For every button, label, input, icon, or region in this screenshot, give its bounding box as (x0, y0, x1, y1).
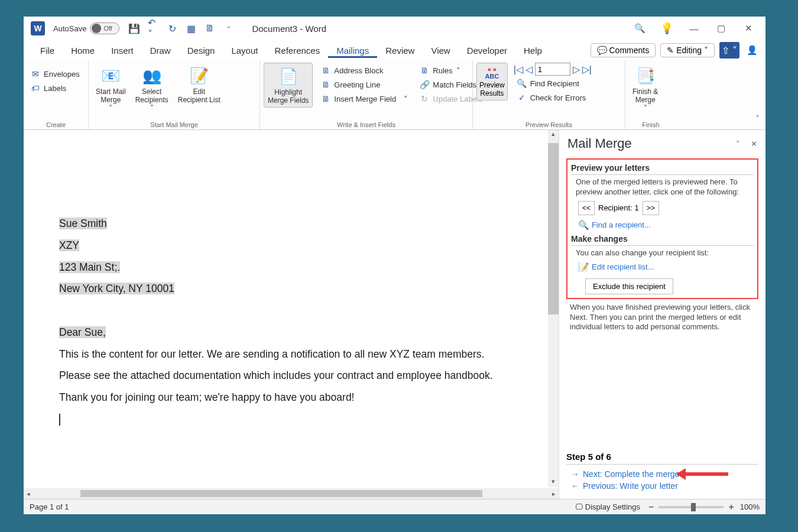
finish-merge-button[interactable]: 📑Finish & Merge ˅ (629, 63, 661, 115)
highlight-merge-fields-button[interactable]: 📄Highlight Merge Fields (264, 63, 313, 108)
tab-mailings[interactable]: Mailings (328, 43, 377, 58)
document-area[interactable]: Sue Smith XZY 123 Main St;. New York Cit… (24, 130, 559, 499)
section-make-changes: Make changes (571, 234, 754, 246)
finish-icon: 📑 (635, 65, 656, 86)
match-icon: 🔗 (420, 80, 429, 89)
redo-icon[interactable]: ↻ (167, 23, 177, 34)
merge-field-greeting: Dear Sue, (59, 326, 106, 338)
recipient-label: Recipient: 1 (598, 203, 639, 212)
tab-references[interactable]: References (266, 43, 328, 58)
labels-button[interactable]: 🏷Labels (27, 82, 83, 95)
annotation-red-arrow (677, 471, 728, 478)
doc-paragraph-1: This is the content for our letter. We a… (59, 343, 523, 365)
mail-merge-taskpane: Mail Merge ˅ ✕ Preview your letters One … (559, 130, 765, 499)
vertical-scroll-thumb[interactable] (548, 143, 559, 314)
scroll-left-icon[interactable]: ◂ (24, 490, 33, 498)
page-indicator[interactable]: Page 1 of 1 (30, 502, 69, 511)
close-icon[interactable]: ✕ (743, 23, 754, 34)
horizontal-scrollbar[interactable]: ◂ ▸ (24, 488, 559, 499)
word-icon: W (31, 21, 45, 35)
greeting-line-button[interactable]: 🗎Greeting Line (317, 78, 411, 91)
preview-done-text: When you have finished previewing your l… (567, 303, 757, 333)
preview-results-button[interactable]: « » ABC Preview Results (476, 63, 508, 100)
select-recipients-button[interactable]: 👥Select Recipients ˅ (132, 63, 172, 115)
menu-bar: File Home Insert Draw Design Layout Refe… (24, 40, 765, 60)
display-settings-button[interactable]: Display Settings (585, 502, 640, 511)
account-icon[interactable]: 👤 (747, 45, 757, 56)
tab-insert[interactable]: Insert (103, 43, 142, 58)
tab-help[interactable]: Help (515, 43, 550, 58)
ribbon: ✉Envelopes 🏷Labels Create 📧Start Mail Me… (24, 60, 765, 130)
record-input[interactable] (535, 63, 570, 76)
insert-merge-field-button[interactable]: 🗎Insert Merge Field ˅ (317, 92, 411, 105)
merge-field-street: 123 Main St;. (59, 261, 120, 273)
scroll-up-icon[interactable]: ▴ (548, 130, 559, 140)
scroll-down-icon[interactable]: ▾ (548, 478, 559, 487)
tab-review[interactable]: Review (377, 43, 423, 58)
title-bar: W AutoSave Off 💾 ↶ ˅ ↻ ▦ 🗎 ⁼ Document3 -… (24, 17, 765, 40)
zoom-slider[interactable] (658, 506, 724, 508)
tab-design[interactable]: Design (179, 43, 223, 58)
prev-recipient-button[interactable]: << (578, 201, 595, 215)
tab-file[interactable]: File (32, 43, 63, 58)
first-record-icon[interactable]: |◁ (514, 64, 523, 75)
undo-icon[interactable]: ↶ ˅ (148, 23, 158, 34)
tab-home[interactable]: Home (63, 43, 103, 58)
start-mail-merge-button[interactable]: 📧Start Mail Merge ˅ (92, 63, 129, 115)
doc-icon[interactable]: 🗎 (205, 23, 215, 34)
preview-letters-text: One of the merged letters is previewed h… (571, 177, 754, 197)
save-icon[interactable]: 💾 (129, 23, 140, 34)
update-icon: ↻ (420, 94, 429, 103)
horizontal-scroll-thumb[interactable] (80, 490, 482, 497)
exclude-recipient-button[interactable]: Exclude this recipient (585, 278, 673, 294)
tab-draw[interactable]: Draw (142, 43, 179, 58)
vertical-scrollbar[interactable]: ▴ ▾ (548, 130, 559, 487)
comments-button[interactable]: 💬 Comments (591, 43, 656, 57)
maximize-icon[interactable]: ▢ (716, 23, 726, 34)
next-record-icon[interactable]: ▷ (573, 64, 580, 75)
edit-recipient-list-link[interactable]: 📝Edit recipient list... (578, 262, 754, 273)
merge-field-name: Sue Smith (59, 218, 107, 229)
autosave-toggle[interactable]: Off (90, 22, 119, 34)
minimize-icon[interactable]: — (689, 23, 699, 34)
zoom-out-button[interactable]: − (648, 502, 654, 512)
find-recipient-link[interactable]: 🔍Find a recipient... (578, 220, 754, 231)
scroll-right-icon[interactable]: ▸ (549, 490, 559, 498)
editing-button[interactable]: ✎ Editing ˅ (660, 43, 715, 57)
annotation-highlight-box: Preview your letters One of the merged l… (566, 158, 758, 299)
address-icon: 🗎 (321, 66, 330, 75)
edit-recipient-list-button[interactable]: 📝Edit Recipient List (174, 63, 224, 106)
prev-record-icon[interactable]: ◁ (525, 64, 533, 75)
qat-dropdown-icon[interactable]: ⁼ (223, 23, 234, 34)
make-changes-text: You can also change your recipient list: (571, 248, 754, 258)
tab-layout[interactable]: Layout (223, 43, 266, 58)
envelope-icon: ✉ (31, 69, 40, 79)
next-recipient-button[interactable]: >> (643, 201, 659, 215)
document-page[interactable]: Sue Smith XZY 123 Main St;. New York Cit… (24, 130, 559, 488)
ribbon-collapse-icon[interactable]: ˅ (755, 114, 760, 124)
autosave-label: AutoSave (53, 24, 86, 33)
taskpane-dropdown-icon[interactable]: ˅ (736, 140, 740, 148)
envelopes-button[interactable]: ✉Envelopes (27, 67, 83, 80)
group-start-label: Start Mail Merge (92, 120, 256, 129)
next-step-link[interactable]: → Next: Complete the merge (571, 468, 758, 480)
recipients-icon: 👥 (141, 65, 163, 86)
rules-icon: 🗎 (420, 66, 429, 75)
check-errors-button[interactable]: ✓Check for Errors (514, 91, 592, 104)
search-icon[interactable]: 🔍 (634, 23, 645, 34)
address-block-button[interactable]: 🗎Address Block (317, 64, 411, 77)
status-bar: Page 1 of 1 🖵 Display Settings − + 100% (24, 499, 765, 514)
last-record-icon[interactable]: ▷| (582, 64, 592, 75)
table-icon[interactable]: ▦ (186, 23, 196, 34)
share-button[interactable]: ⇧ ˅ (719, 42, 739, 59)
zoom-level[interactable]: 100% (740, 502, 760, 511)
doc-paragraph-3: Thank you for joining our team; we're ha… (59, 387, 523, 408)
prev-step-link[interactable]: ← Previous: Write your letter (571, 480, 758, 492)
lightbulb-icon[interactable]: 💡 (661, 23, 672, 34)
zoom-in-button[interactable]: + (728, 502, 734, 512)
tab-developer[interactable]: Developer (459, 43, 515, 58)
tab-view[interactable]: View (423, 43, 458, 58)
taskpane-close-icon[interactable]: ✕ (751, 140, 757, 148)
app-window: W AutoSave Off 💾 ↶ ˅ ↻ ▦ 🗎 ⁼ Document3 -… (24, 17, 765, 514)
find-recipient-button[interactable]: 🔍Find Recipient (514, 77, 592, 90)
